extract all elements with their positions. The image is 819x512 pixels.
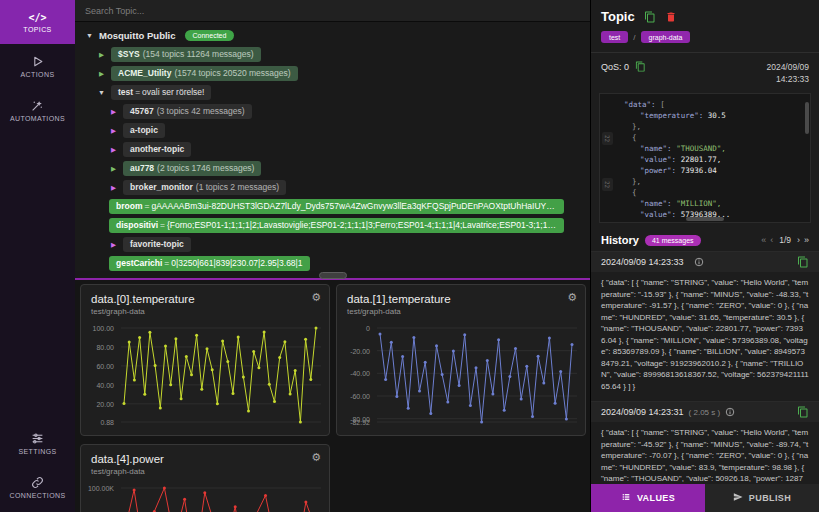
topic-tree: ▼ Mosquitto Public Connected ▶ $SYS(154 … xyxy=(75,22,590,271)
tab-publish[interactable]: PUBLISH xyxy=(705,484,819,512)
y-axis-tick: 40.00 xyxy=(96,381,114,388)
connection-status-badge: Connected xyxy=(185,30,235,41)
left-sidebar: </> TOPICS ACTIONS AUTOMATIONS SETTINGS … xyxy=(0,0,75,512)
topic-pill[interactable]: gestCarichi=0|3250|661|839|230.07|2.95|3… xyxy=(109,256,310,270)
topic-meta: (3 topics 42 messages) xyxy=(157,106,245,116)
tree-row[interactable]: ▶ favorite-topic xyxy=(81,235,584,254)
y-axis-tick: -20.00 xyxy=(350,347,370,354)
horizontal-scrollbar-thumb[interactable] xyxy=(686,217,724,221)
chart-y-axis: 100.00K xyxy=(81,485,119,512)
topic-pill[interactable]: ACME_Utility(1574 topics 20520 messages) xyxy=(111,66,298,80)
chart-settings-gear-icon[interactable]: ⚙ xyxy=(311,451,321,464)
tree-row[interactable]: ▼ test=ovali ser rörelse! xyxy=(81,83,584,102)
y-axis-tick: -40.00 xyxy=(350,370,370,377)
tab-label: VALUES xyxy=(637,493,675,503)
vertical-scrollbar-thumb[interactable] xyxy=(805,102,809,134)
expand-arrow-icon[interactable]: ▶ xyxy=(109,146,118,154)
info-icon[interactable] xyxy=(725,407,735,417)
topic-tree-panel: ▼ Mosquitto Public Connected ▶ $SYS(154 … xyxy=(75,0,591,512)
tree-row[interactable]: ▶ a-topic xyxy=(81,121,584,140)
tree-row[interactable]: ▶ au778(2 topics 1746 messages) xyxy=(81,159,584,178)
info-icon[interactable] xyxy=(694,257,704,267)
history-entry-header[interactable]: 2024/09/09 14:23:31 ( 2.05 s ) xyxy=(591,402,819,422)
tree-row[interactable]: ▶ ACME_Utility(1574 topics 20520 message… xyxy=(81,64,584,83)
delete-topic-icon[interactable] xyxy=(665,11,677,23)
breadcrumb-segment[interactable]: test xyxy=(601,31,628,43)
json-line: "value": 22801.77, xyxy=(616,154,802,165)
topic-pill[interactable]: 45767(3 topics 42 messages) xyxy=(123,104,252,118)
collapse-arrow-icon[interactable]: ▼ xyxy=(85,32,94,39)
sidebar-item-settings[interactable]: SETTINGS xyxy=(0,424,75,468)
collapse-arrow-icon[interactable]: ▼ xyxy=(97,89,106,96)
y-axis-tick: 0 xyxy=(366,325,370,332)
page-next-icon[interactable]: › xyxy=(797,235,800,245)
expand-arrow-icon[interactable]: ▶ xyxy=(109,108,118,116)
topic-pill[interactable]: dispositivi={Forno;ESP01-1;1;1;1|2;Lavas… xyxy=(109,218,564,232)
page-last-icon[interactable]: » xyxy=(804,235,809,245)
history-entry: 2024/09/09 14:23:33 { "data": [ { "name"… xyxy=(591,251,819,401)
tree-row[interactable]: gestCarichi=0|3250|661|839|230.07|2.95|3… xyxy=(81,254,584,271)
detail-bottom-tabs: VALUES PUBLISH xyxy=(591,484,819,512)
copy-message-icon[interactable] xyxy=(797,256,809,268)
tab-label: PUBLISH xyxy=(749,493,791,503)
topic-pill[interactable]: another-topic xyxy=(123,142,191,156)
sidebar-item-label: SETTINGS xyxy=(18,448,56,455)
sidebar-item-topics[interactable]: </> TOPICS xyxy=(0,0,75,44)
copy-message-icon[interactable] xyxy=(797,406,809,418)
panel-title: Topic xyxy=(601,9,635,24)
broker-root-row[interactable]: ▼ Mosquitto Public Connected xyxy=(81,26,584,45)
message-datetime: 2024/09/09 14:23:33 xyxy=(766,61,809,85)
sidebar-item-actions[interactable]: ACTIONS xyxy=(0,44,75,88)
search-input[interactable] xyxy=(85,6,580,16)
tree-row[interactable]: broom=gAAAAABm3ui-82DUHST3lGDAZ7lLdy_Dyd… xyxy=(81,197,584,216)
history-list[interactable]: 2024/09/09 14:23:33 { "data": [ { "name"… xyxy=(591,251,819,484)
topic-pill[interactable]: au778(2 topics 1746 messages) xyxy=(123,161,261,175)
tree-row[interactable]: ▶ 45767(3 topics 42 messages) xyxy=(81,102,584,121)
page-prev-icon[interactable]: ‹ xyxy=(770,235,773,245)
tab-values[interactable]: VALUES xyxy=(591,484,705,512)
message-time: 14:23:33 xyxy=(766,73,809,85)
history-entry-header[interactable]: 2024/09/09 14:23:33 xyxy=(591,252,819,272)
breadcrumb-segment[interactable]: graph-data xyxy=(641,31,691,43)
split-drag-handle[interactable] xyxy=(319,272,347,279)
copy-topic-icon[interactable] xyxy=(644,11,656,23)
tree-row[interactable]: dispositivi={Forno;ESP01-1;1;1;1|2;Lavas… xyxy=(81,216,584,235)
expand-arrow-icon[interactable]: ▶ xyxy=(97,51,106,59)
message-payload: { "data": [ { "name": "STRING", "value":… xyxy=(591,422,819,484)
tree-row[interactable]: ▶ broker_monitor(1 topics 2 messages) xyxy=(81,178,584,197)
breadcrumb: test / graph-data xyxy=(591,29,819,53)
panel-splitter[interactable] xyxy=(75,271,590,280)
chart-settings-gear-icon[interactable]: ⚙ xyxy=(311,291,321,304)
history-pagination: « ‹ 1/9 › » xyxy=(761,235,809,245)
message-count-badge: 41 messages xyxy=(645,235,701,246)
wrap-indicator: 22 xyxy=(602,132,613,145)
topic-pill[interactable]: $SYS(154 topics 11264 messages) xyxy=(111,47,261,61)
chart-subtitle: test/graph-data xyxy=(347,307,575,316)
json-line: "data": [ xyxy=(616,99,802,110)
topic-pill[interactable]: broker_monitor(1 topics 2 messages) xyxy=(123,180,286,194)
y-axis-tick: 100.00K xyxy=(88,485,114,492)
chart-settings-gear-icon[interactable]: ⚙ xyxy=(567,291,577,304)
topic-header: Topic xyxy=(591,0,819,29)
expand-arrow-icon[interactable]: ▶ xyxy=(109,165,118,173)
broker-name: Mosquitto Public xyxy=(99,30,176,41)
sidebar-item-connections[interactable]: CONNECTIONS xyxy=(0,468,75,512)
play-icon xyxy=(31,55,44,68)
page-first-icon[interactable]: « xyxy=(761,235,766,245)
topic-label: a-topic xyxy=(130,125,158,135)
expand-arrow-icon[interactable]: ▶ xyxy=(109,127,118,135)
tree-row[interactable]: ▶ $SYS(154 topics 11264 messages) xyxy=(81,45,584,64)
topic-pill[interactable]: a-topic xyxy=(123,123,165,137)
expand-arrow-icon[interactable]: ▶ xyxy=(109,241,118,249)
expand-arrow-icon[interactable]: ▶ xyxy=(97,70,106,78)
topic-pill[interactable]: favorite-topic xyxy=(123,237,191,251)
topic-pill[interactable]: broom=gAAAAABm3ui-82DUHST3lGDAZ7lLdy_Dyd… xyxy=(109,199,564,213)
expand-arrow-icon[interactable]: ▶ xyxy=(109,184,118,192)
topic-pill[interactable]: test=ovali ser rörelse! xyxy=(111,85,211,99)
sidebar-item-automations[interactable]: AUTOMATIONS xyxy=(0,88,75,132)
tree-row[interactable]: ▶ another-topic xyxy=(81,140,584,159)
topic-label: test xyxy=(118,87,133,97)
json-viewer[interactable]: 22 22 "data": ["temperature": 30.5},{"na… xyxy=(599,93,811,223)
copy-payload-icon[interactable] xyxy=(635,61,646,72)
message-date: 2024/09/09 xyxy=(766,61,809,73)
